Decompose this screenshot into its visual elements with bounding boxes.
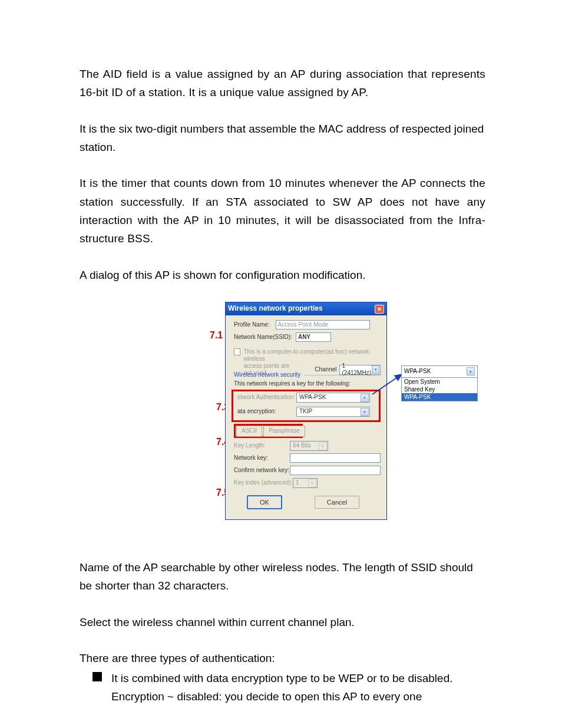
keylen-value: 64 Bits bbox=[293, 441, 311, 451]
dialog-body: Profile Name: Access Point Mode Network … bbox=[226, 315, 386, 519]
bullet-line-1: It is combined with data encryption type… bbox=[111, 670, 452, 687]
ssid-label: Network Name(SSID): bbox=[234, 332, 292, 342]
auth-type-dropdown-list[interactable]: WPA-PSK ▾ Open System Shared Key WPA-PSK bbox=[401, 365, 478, 401]
encryption-label: ata encryption: bbox=[237, 407, 296, 417]
profile-name-label: Profile Name: bbox=[234, 320, 270, 330]
paragraph-dialog-intro: A dialog of this AP is shown for configu… bbox=[80, 266, 485, 284]
auth-popup-selected-text: WPA-PSK bbox=[404, 367, 431, 377]
confkey-input[interactable] bbox=[290, 466, 381, 475]
dialog-title: Wireless network properties bbox=[228, 303, 323, 315]
keyidx-label: Key index (advanced): bbox=[234, 478, 293, 488]
ok-button[interactable]: OK bbox=[247, 495, 282, 509]
auth-label: etwork Authentication: bbox=[237, 393, 296, 403]
bullet-text: It is combined with data encryption type… bbox=[111, 670, 452, 706]
square-bullet-icon bbox=[92, 672, 102, 681]
auth-option-shared-key[interactable]: Shared Key bbox=[402, 386, 477, 393]
paragraph-auth-intro: There are three types of authentication: bbox=[80, 649, 485, 667]
encryption-value: TKIP bbox=[299, 407, 312, 417]
chevron-down-icon: ▾ bbox=[361, 394, 369, 402]
tab-passphrase: Passphrase bbox=[263, 426, 305, 437]
auth-option-open-system[interactable]: Open System bbox=[402, 378, 477, 386]
auth-popup-selected: WPA-PSK ▾ bbox=[402, 366, 477, 378]
encryption-select[interactable]: TKIP ▾ bbox=[296, 407, 370, 417]
auth-option-wpa-psk[interactable]: WPA-PSK bbox=[402, 393, 477, 401]
confkey-label: Confirm network key: bbox=[234, 466, 290, 476]
requires-key-text: This network requires a key for the foll… bbox=[234, 379, 351, 389]
close-button[interactable]: ✕ bbox=[375, 305, 384, 314]
paragraph-channel-desc: Select the wireless channel within curre… bbox=[80, 613, 485, 631]
profile-name-input[interactable]: Access Point Mode bbox=[276, 320, 370, 330]
paragraph-ssid-desc: Name of the AP searchable by other wirel… bbox=[80, 558, 485, 595]
paragraph-mac: It is the six two-digit numbers that ass… bbox=[80, 120, 485, 157]
group-divider bbox=[304, 375, 381, 375]
chevron-down-icon: ▾ bbox=[467, 367, 475, 375]
auth-select[interactable]: WPA-PSK ▾ bbox=[296, 393, 370, 403]
annotation-7-1: 7.1 bbox=[210, 328, 223, 343]
paragraph-aid: The AID field is a value assigned by an … bbox=[80, 65, 485, 102]
keylen-select: 64 Bits ▾ bbox=[290, 441, 328, 451]
cancel-button[interactable]: Cancel bbox=[315, 496, 359, 509]
bullet-open-system: It is combined with data encryption type… bbox=[92, 670, 485, 706]
chevron-down-icon: ▾ bbox=[308, 479, 316, 487]
netkey-input[interactable] bbox=[290, 453, 381, 463]
paragraph-timer: It is the timer that counts down from 10… bbox=[80, 174, 485, 248]
chevron-down-icon: ▾ bbox=[361, 408, 369, 416]
chevron-down-icon: ▾ bbox=[319, 442, 327, 450]
keyidx-select: 1 ▾ bbox=[293, 478, 318, 488]
ssid-input[interactable]: ANY bbox=[296, 332, 331, 342]
adhoc-checkbox bbox=[234, 348, 240, 355]
wireless-properties-dialog: Wireless network properties ✕ Profile Na… bbox=[225, 302, 387, 520]
screenshot-figure: 7.1 7.2 7.3 7.4 7.5 Wireless network pro… bbox=[81, 302, 484, 520]
adhoc-text-line1: This is a computer-to-computer(ad hoc) n… bbox=[244, 348, 381, 363]
tab-ascii: ASCII bbox=[236, 426, 262, 437]
netkey-label: Network key: bbox=[234, 453, 290, 463]
keylen-label: Key Length: bbox=[234, 441, 290, 451]
auth-value: WPA-PSK bbox=[299, 393, 326, 403]
keyidx-value: 1 bbox=[296, 478, 299, 488]
dialog-titlebar[interactable]: Wireless network properties ✕ bbox=[226, 302, 386, 315]
bullet-line-2: Encryption ~ disabled: you decide to ope… bbox=[111, 688, 452, 706]
document-page: The AID field is a value assigned by an … bbox=[0, 0, 562, 728]
